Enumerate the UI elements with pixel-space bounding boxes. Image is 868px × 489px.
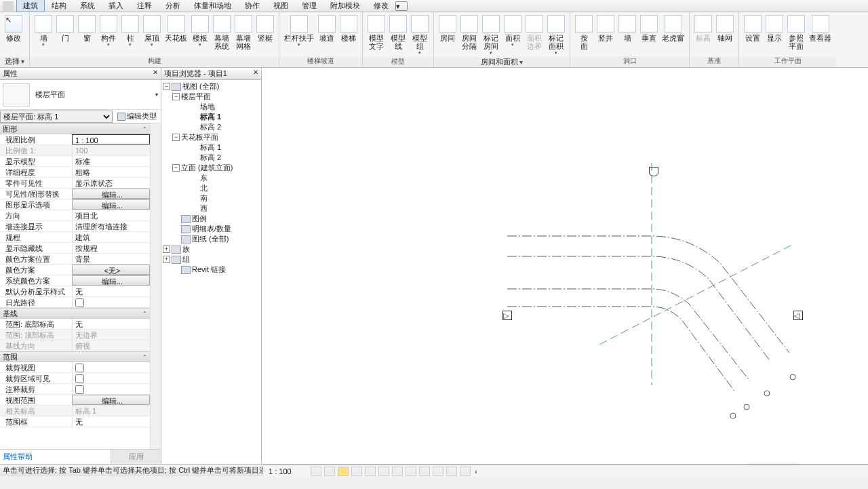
elevation-east-icon[interactable]: ◁: [793, 311, 803, 320]
property-row[interactable]: 详细程度粗略: [0, 167, 150, 178]
ribbon-button[interactable]: 显示: [764, 14, 785, 56]
tree-node[interactable]: −立面 (建筑立面): [163, 163, 260, 173]
ribbon-button[interactable]: 参照平面: [785, 14, 807, 56]
apply-button[interactable]: 应用: [111, 450, 161, 464]
ribbon-button[interactable]: 房间分隔: [458, 14, 480, 57]
tree-node[interactable]: 北: [163, 183, 260, 193]
ribbon-button[interactable]: 柱▾: [119, 14, 141, 56]
detail-level-icon[interactable]: [311, 467, 321, 476]
ribbon-button[interactable]: 栏杆扶手▾: [282, 14, 316, 56]
property-row[interactable]: 颜色方案<无>: [0, 265, 150, 275]
property-row[interactable]: 范围: 底部标高无: [0, 319, 150, 330]
edit-type-button[interactable]: 编辑类型: [113, 111, 161, 121]
tree-node[interactable]: +族: [163, 244, 260, 254]
property-row[interactable]: 基线方向俯视: [0, 340, 150, 351]
property-row[interactable]: 零件可见性显示原状态: [0, 178, 150, 189]
ribbon-button[interactable]: 幕墙网格: [233, 14, 254, 56]
property-row[interactable]: 注释裁剪: [0, 384, 150, 395]
scrollbar[interactable]: [150, 123, 161, 449]
ribbon-button[interactable]: 幕墙系统: [211, 14, 233, 56]
property-row[interactable]: 规程建筑: [0, 232, 150, 243]
tree-node[interactable]: −楼层平面: [163, 92, 260, 102]
info-dropdown-icon[interactable]: ▾: [395, 1, 408, 11]
property-row[interactable]: 视图比例1 : 100: [0, 134, 150, 145]
menu-collab[interactable]: 协作: [238, 0, 267, 12]
property-row[interactable]: 比例值 1:100: [0, 145, 150, 156]
tree-node[interactable]: +组: [163, 254, 260, 265]
temporary-hide-icon[interactable]: [419, 467, 430, 476]
property-row[interactable]: 范围: 顶部标高无边界: [0, 330, 150, 340]
ribbon-button[interactable]: 竖井: [595, 14, 616, 56]
ribbon-button[interactable]: 按面: [573, 14, 595, 56]
ribbon-button[interactable]: 设置: [742, 14, 764, 56]
room-panel-label[interactable]: 房间和面积 ▾: [434, 57, 570, 67]
property-row[interactable]: 默认分析显示样式无: [0, 286, 150, 297]
menu-systems[interactable]: 系统: [73, 0, 102, 12]
ribbon-button[interactable]: 竖梃: [254, 14, 276, 56]
type-selector[interactable]: 楼层平面 ▾: [0, 80, 161, 110]
select-panel-label[interactable]: 选择 ▾: [0, 56, 29, 67]
property-category[interactable]: 图形⌃: [0, 123, 150, 134]
instance-selector[interactable]: 楼层平面: 标高 1: [0, 111, 113, 123]
unhide-icon[interactable]: [406, 467, 416, 476]
tree-node[interactable]: 标高 1: [163, 142, 260, 153]
ribbon-button[interactable]: 坡道: [316, 14, 338, 56]
ribbon-button[interactable]: 楼梯: [338, 14, 359, 56]
property-row[interactable]: 墙连接显示清理所有墙连接: [0, 221, 150, 232]
tree-node[interactable]: 图纸 (全部): [163, 234, 260, 244]
ribbon-button[interactable]: 标高: [692, 14, 714, 56]
tree-node[interactable]: 图例: [163, 214, 260, 224]
property-row[interactable]: 相关标高标高 1: [0, 406, 150, 416]
property-row[interactable]: 裁剪区域可见: [0, 373, 150, 384]
drawing-canvas[interactable]: ▷ ◁: [262, 68, 868, 464]
menu-view[interactable]: 视图: [267, 0, 295, 12]
ribbon-button[interactable]: 墙: [616, 14, 638, 56]
property-row[interactable]: 系统颜色方案编辑...: [0, 275, 150, 286]
ribbon-button[interactable]: 房间: [437, 14, 458, 57]
close-icon[interactable]: ✕: [151, 69, 159, 77]
ribbon-button[interactable]: 模型组▾: [409, 14, 431, 57]
constraints-icon[interactable]: [460, 467, 471, 476]
property-row[interactable]: 日光路径: [0, 297, 150, 308]
menu-manage[interactable]: 管理: [295, 0, 323, 12]
properties-help-link[interactable]: 属性帮助: [0, 450, 111, 464]
ribbon-button[interactable]: 标记面积▾: [545, 14, 567, 57]
ribbon-button[interactable]: 面积▾: [502, 14, 524, 57]
property-row[interactable]: 视图范围编辑...: [0, 395, 150, 406]
ribbon-button[interactable]: 模型线: [387, 14, 409, 57]
tree-node[interactable]: 南: [163, 193, 260, 203]
ribbon-button[interactable]: 天花板: [163, 14, 189, 56]
ribbon-button[interactable]: 标记房间▾: [480, 14, 502, 57]
property-row[interactable]: 方向项目北: [0, 210, 150, 221]
reveal-icon[interactable]: [433, 467, 443, 476]
menu-annotate[interactable]: 注释: [130, 0, 159, 12]
ribbon-button[interactable]: 屋顶▾: [141, 14, 163, 56]
close-icon[interactable]: ✕: [252, 69, 259, 77]
menu-analyze[interactable]: 分析: [159, 0, 187, 12]
ribbon-button[interactable]: 查看器: [807, 14, 833, 56]
ribbon-button[interactable]: 面积边界: [524, 14, 545, 57]
ribbon-button[interactable]: 墙▾: [33, 14, 54, 56]
sun-path-icon[interactable]: [338, 467, 349, 476]
tree-node[interactable]: 西: [163, 203, 260, 214]
crop-view-icon[interactable]: [378, 467, 389, 476]
modify-button[interactable]: ↖修改: [3, 14, 24, 56]
menu-structure[interactable]: 结构: [45, 0, 73, 12]
visual-style-icon[interactable]: [324, 467, 335, 476]
chevron-left-icon[interactable]: ‹: [475, 467, 477, 475]
property-row[interactable]: 图形显示选项编辑...: [0, 199, 150, 210]
tree-node[interactable]: −视图 (全部): [163, 81, 260, 92]
tree-node[interactable]: −天花板平面: [163, 132, 260, 142]
ribbon-button[interactable]: 构件▾: [98, 14, 119, 56]
menu-massing[interactable]: 体量和场地: [187, 0, 238, 12]
property-row[interactable]: 显示隐藏线按规程: [0, 243, 150, 254]
ribbon-button[interactable]: 楼板▾: [189, 14, 211, 56]
rendering-icon[interactable]: [365, 467, 376, 476]
elevation-north-icon[interactable]: [649, 167, 658, 176]
crop-region-icon[interactable]: [392, 467, 403, 476]
ribbon-button[interactable]: 老虎窗: [660, 14, 686, 56]
menu-architecture[interactable]: 建筑: [16, 0, 45, 12]
view-scale[interactable]: 1 : 100: [269, 467, 309, 475]
shadows-icon[interactable]: [351, 467, 362, 476]
ribbon-button[interactable]: 窗: [76, 14, 98, 56]
